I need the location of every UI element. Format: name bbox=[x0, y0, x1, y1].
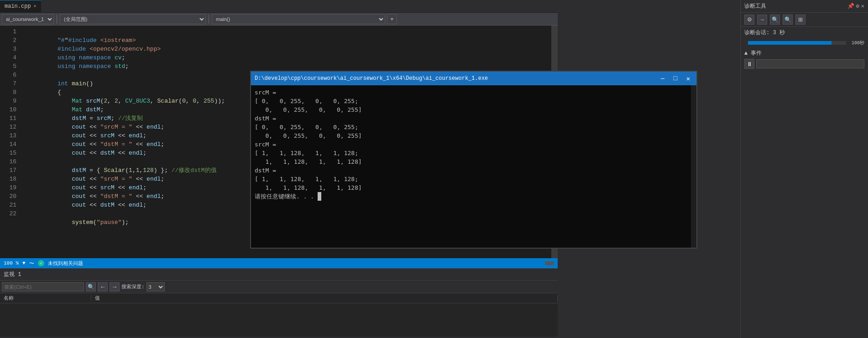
console-controls: — □ ✕ bbox=[658, 75, 693, 83]
diag-forward-button[interactable]: → bbox=[757, 15, 767, 25]
diagnostics-events-header: ▲ 事件 bbox=[744, 49, 864, 57]
diagnostics-progress-label: 100秒 bbox=[852, 40, 864, 46]
tab-close-button[interactable]: × bbox=[34, 4, 37, 9]
diagnostics-event-toolbar: ⏸ bbox=[744, 59, 864, 69]
diag-settings-button[interactable]: ⚙ bbox=[744, 15, 754, 25]
line-num-2: 2 bbox=[2, 36, 16, 45]
watch-depth-label: 搜索深度: bbox=[121, 283, 145, 290]
scope-selector[interactable]: (全局范围) bbox=[60, 14, 206, 24]
console-line-1: srcM = bbox=[255, 88, 693, 97]
console-close-button[interactable]: ✕ bbox=[684, 75, 693, 83]
diagnostics-session: 诊断会话: 3 秒 bbox=[741, 27, 868, 38]
watch-toolbar: 🔍 ← → 搜索深度: 3 bbox=[0, 281, 558, 293]
console-line-9: 1, 1, 128, 1, 1, 128] bbox=[255, 157, 693, 166]
diagnostics-header: 诊断工具 📌 ⚙ ✕ bbox=[741, 0, 868, 13]
watch-search-button[interactable]: 🔍 bbox=[86, 282, 96, 291]
diagnostics-panel: 诊断工具 📌 ⚙ ✕ ⚙ → 🔍 🔍 ⊞ 诊断会话: 3 秒 100秒 ▲ 事 bbox=[740, 0, 868, 338]
watch-panel: 监视 1 🔍 ← → 搜索深度: 3 名称 值 bbox=[0, 268, 558, 337]
status-message: 未找到相关问题 bbox=[48, 260, 83, 267]
diag-close-icon[interactable]: ✕ bbox=[861, 3, 864, 10]
line-num-13: 13 bbox=[2, 131, 16, 140]
diag-zoom-fit-button[interactable]: ⊞ bbox=[795, 15, 805, 25]
line-num-17: 17 bbox=[2, 166, 16, 175]
console-line-11: [ 1, 1, 128, 1, 1, 128; bbox=[255, 175, 693, 183]
events-label: ▲ 事件 bbox=[744, 49, 762, 57]
toolbar-separator-1 bbox=[57, 15, 57, 24]
diag-pin-icon[interactable]: 📌 bbox=[847, 3, 854, 10]
line-num-20: 20 bbox=[2, 192, 16, 201]
add-watch-button[interactable]: + bbox=[387, 14, 397, 24]
zoom-level: 100 % bbox=[4, 260, 19, 266]
diagnostics-events-section: ▲ 事件 ⏸ bbox=[741, 47, 868, 71]
diagnostics-progress-fill bbox=[748, 41, 831, 45]
project-selector[interactable]: ai_coursework_1 bbox=[2, 14, 54, 24]
wave-icon: 〜 bbox=[29, 260, 34, 267]
line-num-18: 18 bbox=[2, 175, 16, 183]
code-line-1: "#"#include <iostream> bbox=[20, 27, 551, 36]
console-title: D:\develop\cpp\coursework\ai_coursework_… bbox=[255, 75, 488, 82]
console-line-6: 0, 0, 255, 0, 0, 255] bbox=[255, 131, 693, 140]
line-num-15: 15 bbox=[2, 149, 16, 157]
console-line-5: [ 0, 0, 255, 0, 0, 255; bbox=[255, 123, 693, 131]
console-titlebar: D:\develop\cpp\coursework\ai_coursework_… bbox=[251, 72, 696, 85]
function-selector[interactable]: main() bbox=[212, 14, 385, 24]
console-line-8: [ 1, 1, 128, 1, 1, 128; bbox=[255, 149, 693, 157]
console-line-2: [ 0, 0, 255, 0, 0, 255; bbox=[255, 97, 693, 105]
line-num-14: 14 bbox=[2, 140, 16, 149]
diag-zoom-in-button[interactable]: 🔍 bbox=[770, 15, 780, 25]
line-num-11: 11 bbox=[2, 114, 16, 123]
status-left: 100 % ▼ 〜 ✓ 未找到相关问题 bbox=[4, 260, 540, 267]
line-num-22: 22 bbox=[2, 209, 16, 218]
console-vertical-scrollbar[interactable] bbox=[691, 85, 696, 248]
console-maximize-button[interactable]: □ bbox=[671, 75, 680, 83]
tab-filename: main.cpp bbox=[5, 3, 31, 10]
console-output: srcM = [ 0, 0, 255, 0, 0, 255; 0, 0, 255… bbox=[251, 85, 696, 248]
status-bar: 100 % ▼ 〜 ✓ 未找到相关问题 bbox=[0, 258, 558, 268]
tab-bar: main.cpp × bbox=[0, 0, 558, 13]
diagnostics-progress-bar bbox=[748, 41, 846, 45]
watch-search-input[interactable] bbox=[2, 282, 84, 291]
diagnostics-session-label: 诊断会话: 3 秒 bbox=[744, 30, 785, 36]
line-num-3: 3 bbox=[2, 45, 16, 53]
diag-zoom-out-button[interactable]: 🔍 bbox=[783, 15, 793, 25]
watch-col-value: 值 bbox=[91, 295, 558, 302]
toolbar-separator-2 bbox=[209, 15, 209, 24]
console-line-13: 请按任意键继续. . . bbox=[255, 192, 693, 201]
editor-toolbar: ai_coursework_1 (全局范围) main() + bbox=[0, 13, 558, 26]
console-line-3: 0, 0, 255, 0, 0, 255] bbox=[255, 105, 693, 114]
console-line-12: 1, 1, 128, 1, 1, 128] bbox=[255, 183, 693, 192]
diagnostics-toolbar: ⚙ → 🔍 🔍 ⊞ bbox=[741, 13, 868, 27]
watch-col-name: 名称 bbox=[0, 295, 91, 302]
watch-column-headers: 名称 值 bbox=[0, 293, 558, 303]
console-line-4: dstM = bbox=[255, 114, 693, 123]
line-num-10: 10 bbox=[2, 105, 16, 114]
line-num-9: 9 bbox=[2, 97, 16, 105]
diagnostics-event-timeline bbox=[756, 59, 864, 68]
line-number-gutter: 1 2 3 4 5 6 7 8 9 10 11 12 13 14 15 16 1… bbox=[0, 26, 20, 258]
line-num-6: 6 bbox=[2, 71, 16, 79]
line-num-7: 7 bbox=[2, 79, 16, 88]
watch-nav-forward-button[interactable]: → bbox=[110, 282, 120, 291]
console-window: D:\develop\cpp\coursework\ai_coursework_… bbox=[250, 71, 697, 249]
diag-settings-icon[interactable]: ⚙ bbox=[856, 3, 859, 10]
line-num-19: 19 bbox=[2, 183, 16, 192]
line-num-1: 1 bbox=[2, 27, 16, 36]
line-num-8: 8 bbox=[2, 88, 16, 97]
line-num-12: 12 bbox=[2, 123, 16, 131]
console-minimize-button[interactable]: — bbox=[658, 75, 667, 83]
diag-header-controls: 📌 ⚙ ✕ bbox=[847, 3, 864, 10]
watch-panel-title: 监视 1 bbox=[4, 270, 21, 278]
watch-depth-selector[interactable]: 3 bbox=[146, 282, 165, 291]
line-num-5: 5 bbox=[2, 62, 16, 71]
watch-nav-back-button[interactable]: ← bbox=[98, 282, 108, 291]
line-num-4: 4 bbox=[2, 53, 16, 62]
line-num-16: 16 bbox=[2, 157, 16, 166]
console-line-10: dstM = bbox=[255, 166, 693, 175]
diag-pause-button[interactable]: ⏸ bbox=[744, 59, 754, 69]
console-line-7: srcM = bbox=[255, 140, 693, 149]
line-num-21: 21 bbox=[2, 201, 16, 209]
active-tab[interactable]: main.cpp × bbox=[0, 0, 41, 13]
no-issues-icon: ✓ bbox=[38, 260, 44, 266]
status-scrollbar bbox=[545, 261, 554, 265]
watch-panel-header: 监视 1 bbox=[0, 269, 558, 281]
